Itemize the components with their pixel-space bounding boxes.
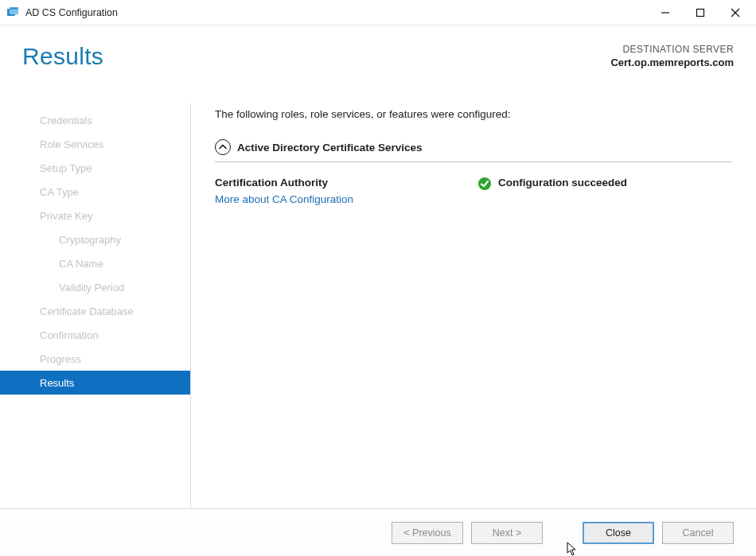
sidebar-item-credentials[interactable]: Credentials	[0, 108, 190, 132]
sidebar-item-validity-period[interactable]: Validity Period	[0, 275, 190, 299]
destination-label: DESTINATION SERVER	[610, 43, 734, 56]
status-text: Configuration succeeded	[498, 177, 627, 189]
sidebar-item-label: CA Type	[40, 186, 79, 198]
chevron-up-icon	[215, 139, 231, 155]
sidebar-item-label: Validity Period	[59, 282, 124, 294]
content-pane: The following roles, role services, or f…	[191, 103, 756, 508]
destination-block: DESTINATION SERVER Cert.op.memreports.co…	[610, 43, 734, 70]
svg-point-7	[478, 177, 491, 190]
minimize-button[interactable]	[648, 1, 683, 25]
close-button[interactable]: Close	[583, 522, 654, 544]
sidebar-item-label: Results	[40, 377, 74, 389]
titlebar: AD CS Configuration	[0, 0, 756, 25]
sidebar-item-ca-type[interactable]: CA Type	[0, 180, 190, 204]
intro-text: The following roles, role services, or f…	[215, 108, 732, 120]
footer: < Previous Next > Close Cancel	[0, 508, 756, 556]
result-row: Certification Authority More about CA Co…	[215, 177, 732, 205]
sidebar-item-private-key[interactable]: Private Key	[0, 204, 190, 227]
sidebar-item-label: Setup Type	[40, 162, 92, 174]
group-title: Active Directory Certificate Services	[237, 142, 423, 154]
success-check-icon	[477, 177, 492, 193]
sidebar: Credentials Role Services Setup Type CA …	[0, 103, 191, 508]
previous-button[interactable]: < Previous	[392, 522, 463, 544]
page-title: Results	[22, 43, 103, 70]
sidebar-item-label: CA Name	[59, 258, 103, 270]
app-icon	[6, 6, 19, 19]
sidebar-item-label: Confirmation	[40, 329, 99, 341]
sidebar-item-certificate-database[interactable]: Certificate Database	[0, 299, 190, 323]
sidebar-item-results[interactable]: Results	[0, 371, 190, 395]
sidebar-item-setup-type[interactable]: Setup Type	[0, 156, 190, 180]
close-window-button[interactable]	[718, 1, 753, 25]
sidebar-item-confirmation[interactable]: Confirmation	[0, 323, 190, 347]
sidebar-item-label: Private Key	[40, 210, 92, 222]
maximize-button[interactable]	[683, 1, 718, 25]
sidebar-item-label: Cryptography	[59, 234, 121, 246]
sidebar-item-label: Role Services	[40, 138, 103, 150]
app-title: AD CS Configuration	[25, 7, 118, 18]
next-button[interactable]: Next >	[471, 522, 543, 544]
result-item-name: Certification Authority	[215, 177, 477, 189]
destination-value: Cert.op.memreports.com	[610, 56, 734, 70]
sidebar-item-progress[interactable]: Progress	[0, 347, 190, 371]
more-about-link[interactable]: More about CA Configuration	[215, 193, 477, 205]
svg-rect-4	[697, 9, 704, 16]
main-area: Credentials Role Services Setup Type CA …	[0, 103, 756, 508]
cancel-button[interactable]: Cancel	[662, 522, 734, 544]
sidebar-item-cryptography[interactable]: Cryptography	[0, 227, 190, 251]
sidebar-item-role-services[interactable]: Role Services	[0, 132, 190, 156]
svg-rect-2	[10, 7, 18, 9]
sidebar-item-ca-name[interactable]: CA Name	[0, 251, 190, 275]
header: Results DESTINATION SERVER Cert.op.memre…	[0, 25, 756, 84]
sidebar-item-label: Progress	[40, 353, 81, 365]
sidebar-item-label: Credentials	[40, 115, 92, 126]
sidebar-item-label: Certificate Database	[40, 305, 134, 317]
result-group-header[interactable]: Active Directory Certificate Services	[215, 139, 732, 162]
